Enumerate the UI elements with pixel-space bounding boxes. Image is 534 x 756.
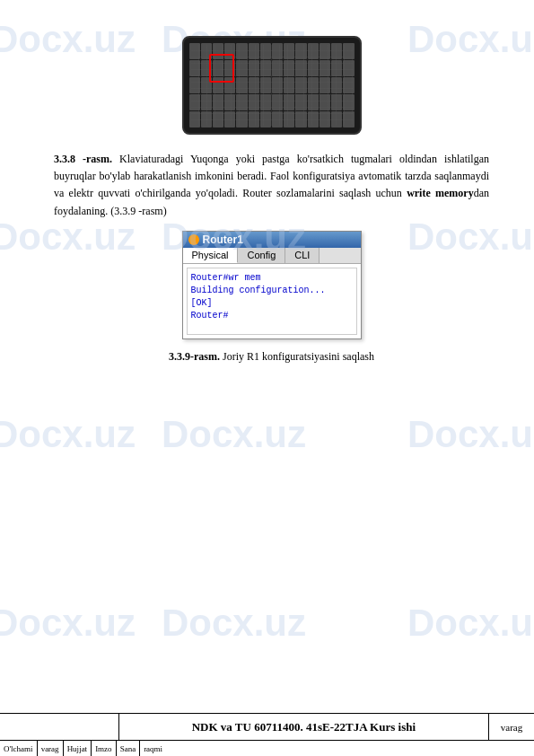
watermark-9: Docx.uz xyxy=(407,413,534,456)
footer-sub-sana-label: Sana xyxy=(120,744,136,753)
tab-physical[interactable]: Physical xyxy=(183,248,239,263)
watermark-8: Docx.uz xyxy=(162,413,306,456)
footer-center-text: NDK va TU 60711400. 41sE-22TJA Kurs ishi xyxy=(119,714,489,740)
footer-sub-imzo-label: Imzo xyxy=(95,744,112,753)
footer-sub-olchami: O'lchami xyxy=(0,741,38,756)
footer-right-label: varag xyxy=(489,714,534,740)
footer-sub-hujjat: Hujjat xyxy=(64,741,92,756)
footer-sub-imzo: Imzo xyxy=(92,741,117,756)
caption-bold: 3.3.9-rasm. xyxy=(169,350,220,363)
router-window: Router1 Physical Config CLI Router#wr me… xyxy=(182,231,362,339)
footer-sub-sana: Sana xyxy=(117,741,141,756)
watermark-12: Docx.uz xyxy=(407,602,534,645)
body-paragraph-1: 3.3.8 -rasm. Klaviaturadagi Yuqonga yoki… xyxy=(54,151,489,220)
footer-sub-hujjat-label: Hujjat xyxy=(67,744,88,753)
figure-caption: 3.3.9-rasm. Joriy R1 konfiguratsiyasini … xyxy=(54,350,489,364)
router-window-wrap: Router1 Physical Config CLI Router#wr me… xyxy=(54,231,489,339)
router-cli-output: Router#wr mem Building configuration... … xyxy=(187,268,357,335)
router-titlebar: Router1 xyxy=(183,232,361,248)
footer-sub-raqmi-label: raqmi xyxy=(144,744,162,753)
tab-cli[interactable]: CLI xyxy=(285,248,320,263)
router-title-icon xyxy=(188,234,199,245)
router-tabs: Physical Config CLI xyxy=(183,248,361,264)
footer-sub-raqmi: raqmi xyxy=(140,741,166,756)
write-memory-bold: write memory xyxy=(407,187,474,199)
tab-config[interactable]: Config xyxy=(238,248,285,263)
footer: NDK va TU 60711400. 41sE-22TJA Kurs ishi… xyxy=(0,713,534,756)
watermark-7: Docx.uz xyxy=(0,413,136,456)
footer-main: NDK va TU 60711400. 41sE-22TJA Kurs ishi… xyxy=(0,713,534,740)
router-body: Router#wr mem Building configuration... … xyxy=(183,264,361,338)
footer-sub-varag-val: varag xyxy=(41,744,59,753)
page: Docx.uz Docx.uz Docx.uz Docx.uz Docx.uz … xyxy=(0,0,534,756)
footer-sub-varag: varag xyxy=(38,741,64,756)
keyboard-image xyxy=(182,36,362,135)
router-title-text: Router1 xyxy=(203,233,243,246)
footer-sub: O'lchami varag Hujjat Imzo Sana raqmi xyxy=(0,740,534,756)
cli-line-2: Building configuration... xyxy=(191,285,353,297)
caption-text: Joriy R1 konfiguratsiyasini saqlash xyxy=(220,350,374,363)
watermark-10: Docx.uz xyxy=(0,602,136,645)
footer-sub-label-1: O'lchami xyxy=(4,744,33,753)
keyboard-container xyxy=(54,36,489,135)
cli-line-4: Router# xyxy=(191,310,353,322)
cli-line-1: Router#wr mem xyxy=(191,272,353,285)
footer-left-empty xyxy=(0,714,119,740)
watermark-11: Docx.uz xyxy=(162,602,306,645)
cli-line-3: [OK] xyxy=(191,297,353,310)
section-label: 3.3.8 -rasm. xyxy=(54,153,112,165)
keyboard-red-highlight xyxy=(209,54,234,83)
